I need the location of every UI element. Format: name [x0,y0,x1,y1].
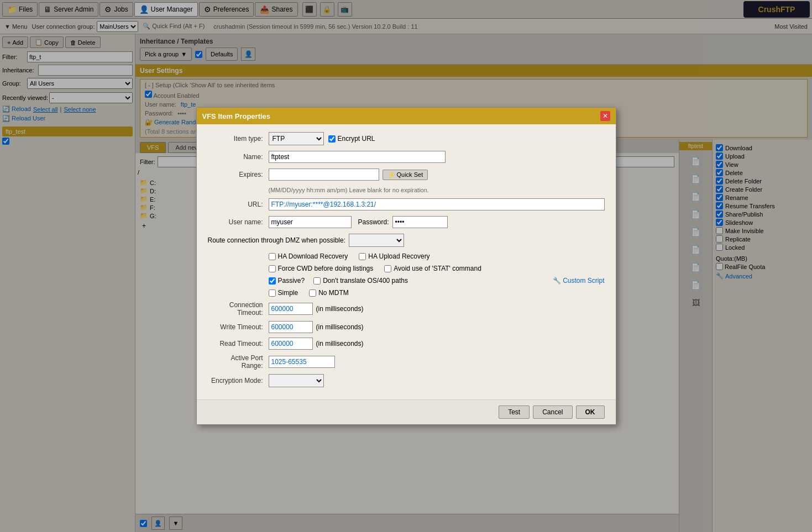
read-timeout-unit: (in milliseconds) [316,340,364,347]
test-button[interactable]: Test [499,405,530,419]
encryption-mode-label: Encryption Mode: [208,377,269,384]
url-row: URL: [208,198,605,210]
ha-upload-checkbox[interactable] [359,253,366,260]
simple-item: Simple [269,289,298,297]
connection-timeout-label: Connection Timeout: [208,301,269,317]
active-port-label: Active Port Range: [208,354,269,370]
force-cwd-label: Force CWD before doing listings [278,265,374,272]
no-mdtm-checkbox[interactable] [309,289,316,297]
expires-hint: (MM/DD/yyyy hh:mm am/pm) Leave blank for… [208,186,605,194]
username-input[interactable] [269,216,352,228]
encrypt-url-label: Encrypt URL [338,135,375,143]
ha-download-checkbox[interactable] [269,253,276,260]
no-mdtm-item: No MDTM [309,289,349,297]
force-cwd-item: Force CWD before doing listings [269,265,374,272]
quick-set-label: Quick Set [397,171,423,178]
encryption-mode-row: Encryption Mode: [208,374,605,387]
passive-row: Passive? Don't translate OS/400 paths 🔧 … [208,277,605,285]
dmz-select[interactable] [349,234,404,247]
modal-title: VFS Item Properties [202,112,271,120]
connection-timeout-unit: (in milliseconds) [316,305,364,313]
name-label: Name: [208,153,269,161]
cancel-button[interactable]: Cancel [533,405,572,419]
ha-download-item: HA Download Recovery [269,252,348,260]
read-timeout-label: Read Timeout: [208,340,269,347]
password-input[interactable] [392,216,448,228]
simple-nomdtm-row: Simple No MDTM [208,289,605,297]
no-translate-item: Don't translate OS/400 paths [313,277,408,285]
connection-timeout-input[interactable] [269,303,313,315]
avoid-stat-label: Avoid use of 'STAT' command [394,265,481,272]
no-mdtm-label: No MDTM [318,289,349,297]
simple-label: Simple [278,289,298,297]
encrypt-url-checkbox[interactable] [328,135,336,143]
active-port-row: Active Port Range: [208,354,605,370]
quick-set-icon: ⚡ [387,171,395,178]
dmz-row: Route connection through DMZ when possib… [208,234,605,247]
modal-header: VFS Item Properties ✕ [197,108,616,124]
modal-footer: Test Cancel OK [197,399,616,424]
modal-close-button[interactable]: ✕ [600,111,610,121]
ha-upload-item: HA Upload Recovery [359,252,429,260]
credentials-row: User name: Password: [208,216,605,228]
passive-item: Passive? [269,277,305,285]
write-timeout-label: Write Timeout: [208,323,269,331]
encrypt-url-row: Encrypt URL [328,135,375,143]
passive-checkbox[interactable] [269,277,276,285]
ha-download-label: HA Download Recovery [278,252,348,260]
ha-checkboxes-row: HA Download Recovery HA Upload Recovery [208,252,605,260]
item-type-select[interactable]: FTP [269,132,324,145]
custom-script-label: Custom Script [563,277,604,285]
no-translate-label: Don't translate OS/400 paths [323,277,408,285]
username-label: User name: [208,218,269,226]
name-input[interactable] [269,151,446,163]
url-input[interactable] [269,198,605,210]
expires-hint-text: (MM/DD/yyyy hh:mm am/pm) Leave blank for… [269,187,429,193]
write-timeout-input[interactable] [269,321,313,333]
passive-label: Passive? [278,277,305,285]
dmz-label: Route connection through DMZ when possib… [208,236,345,244]
active-port-input[interactable] [269,356,335,368]
force-cwd-checkbox[interactable] [269,265,276,272]
item-type-row: Item type: FTP Encrypt URL [208,132,605,145]
custom-script-button[interactable]: 🔧 Custom Script [551,277,604,285]
simple-checkbox[interactable] [269,289,276,297]
password-label: Password: [358,218,389,226]
quick-set-button[interactable]: ⚡ Quick Set [383,170,428,180]
write-timeout-unit: (in milliseconds) [316,323,364,331]
modal-body: Item type: FTP Encrypt URL Name: Expires… [197,124,616,399]
vfs-item-properties-modal: VFS Item Properties ✕ Item type: FTP Enc… [196,107,616,425]
ha-upload-label: HA Upload Recovery [368,252,429,260]
ok-button[interactable]: OK [576,405,605,419]
encryption-mode-select[interactable] [269,374,324,387]
modal-overlay: VFS Item Properties ✕ Item type: FTP Enc… [0,0,812,532]
url-label: URL: [208,201,269,208]
read-timeout-input[interactable] [269,338,313,350]
expires-input[interactable] [269,168,379,181]
connection-timeout-row: Connection Timeout: (in milliseconds) [208,301,605,317]
expires-row: Expires: ⚡ Quick Set [208,168,605,181]
name-row: Name: [208,151,605,163]
expires-label: Expires: [208,171,269,178]
avoid-stat-item: Avoid use of 'STAT' command [384,265,481,272]
custom-script-icon: 🔧 [553,277,561,285]
avoid-stat-checkbox[interactable] [384,265,391,272]
no-translate-checkbox[interactable] [313,277,321,285]
read-timeout-row: Read Timeout: (in milliseconds) [208,338,605,350]
write-timeout-row: Write Timeout: (in milliseconds) [208,321,605,333]
force-cwd-row: Force CWD before doing listings Avoid us… [208,265,605,272]
item-type-label: Item type: [208,135,269,143]
